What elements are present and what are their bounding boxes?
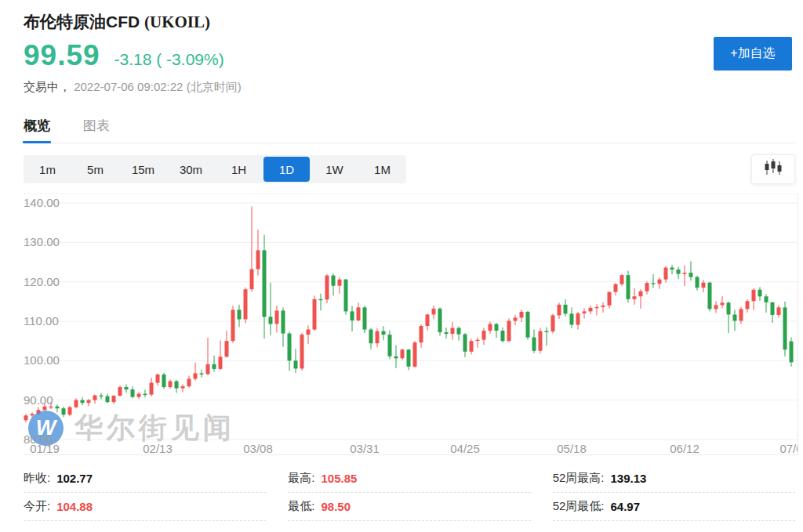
stat-label: 52周最低: [553, 499, 605, 514]
stat-value: 104.88 [56, 500, 93, 513]
stats-col-3: 52周最高: 139.13 52周最低: 64.97 [553, 465, 795, 521]
stats-col-2: 最高: 105.85 最低: 98.50 [288, 465, 530, 521]
stat-label: 昨收: [24, 471, 50, 486]
tab-overview[interactable]: 概览 [24, 116, 50, 143]
interval-1m-month[interactable]: 1M [359, 157, 405, 182]
price-row: 99.59 -3.18 ( -3.09%) [24, 39, 224, 72]
stat-value: 64.97 [611, 500, 641, 513]
stats-panel: 昨收: 102.77 今开: 104.88 最高: 105.85 最低: 98.… [24, 465, 795, 521]
candlestick-chart[interactable]: 01/1902/1303/0803/3104/2505/1806/1207/0 … [24, 194, 798, 455]
interval-15m[interactable]: 15m [120, 157, 166, 182]
stat-open: 今开: 104.88 [24, 493, 266, 521]
stats-col-1: 昨收: 102.77 今开: 104.88 [24, 465, 266, 521]
interval-1w[interactable]: 1W [311, 157, 358, 182]
stat-high: 最高: 105.85 [288, 465, 530, 493]
interval-bar: 1m 5m 15m 30m 1H 1D 1W 1M [24, 155, 406, 183]
stat-value: 98.50 [322, 500, 351, 513]
candlestick-icon [763, 158, 783, 180]
svg-text:04/25: 04/25 [450, 442, 480, 455]
timezone-note: (北京时间) [187, 80, 242, 93]
svg-text:03/08: 03/08 [243, 442, 273, 455]
tab-chart[interactable]: 图表 [83, 116, 110, 143]
brand-logo-icon: W [28, 411, 64, 446]
stat-value: 105.85 [322, 472, 358, 485]
status-row: 交易中， 2022-07-06 09:02:22 (北京时间) [24, 80, 242, 95]
price-change: -3.18 ( -3.09%) [114, 50, 224, 69]
interval-5m[interactable]: 5m [72, 157, 118, 182]
stat-52wk-low: 52周最低: 64.97 [553, 493, 795, 521]
interval-30m[interactable]: 30m [168, 157, 214, 182]
interval-1d[interactable]: 1D [263, 157, 310, 182]
stat-low: 最低: 98.50 [288, 493, 530, 521]
trading-status: 交易中， [24, 80, 71, 93]
stat-value: 102.77 [56, 472, 93, 485]
watermark: W 华尔街见闻 [28, 409, 235, 447]
stat-value: 139.13 [611, 472, 647, 485]
instrument-name: 布伦特原油CFD [24, 13, 140, 31]
stat-prev-close: 昨收: 102.77 [24, 465, 266, 493]
stat-52wk-high: 52周最高: 139.13 [553, 465, 795, 493]
add-watchlist-button[interactable]: +加自选 [714, 37, 792, 71]
stat-label: 今开: [24, 499, 50, 514]
page-title: 布伦特原油CFD (UKOIL) [24, 11, 210, 33]
chart-style-button[interactable] [751, 154, 795, 184]
tab-bar: 概览 图表 [24, 116, 795, 143]
interval-1m[interactable]: 1m [24, 157, 71, 182]
stat-label: 52周最高: [553, 471, 605, 486]
interval-1h[interactable]: 1H [216, 157, 262, 182]
quote-page: 布伦特原油CFD (UKOIL) 99.59 -3.18 ( -3.09%) 交… [0, 0, 803, 532]
stat-label: 最低: [288, 499, 314, 514]
stat-label: 最高: [288, 471, 314, 486]
svg-text:05/18: 05/18 [557, 442, 587, 455]
svg-text:03/31: 03/31 [350, 442, 380, 455]
instrument-symbol: (UKOIL) [144, 13, 210, 31]
svg-text:06/12: 06/12 [670, 442, 699, 455]
quote-timestamp: 2022-07-06 09:02:22 [74, 80, 183, 93]
brand-name: 华尔街见闻 [74, 409, 235, 447]
svg-text:07/0: 07/0 [779, 442, 798, 455]
last-price: 99.59 [24, 39, 100, 72]
